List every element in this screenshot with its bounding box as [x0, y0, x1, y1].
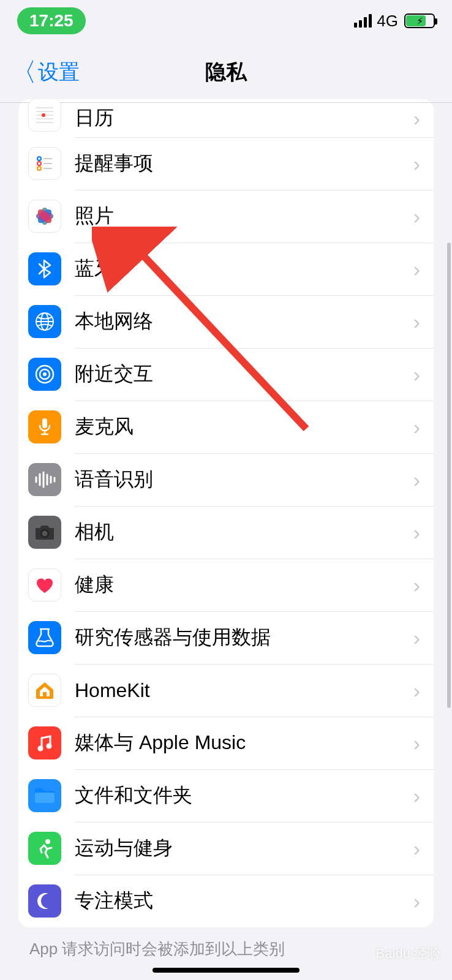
bluetooth-icon [28, 252, 61, 285]
chevron-right-icon: › [413, 107, 420, 130]
svg-point-8 [37, 167, 41, 170]
chevron-left-icon: 〈 [11, 55, 37, 89]
svg-point-37 [47, 744, 52, 749]
row-label: 运动与健身 [75, 835, 413, 862]
svg-rect-35 [43, 692, 47, 696]
status-time-pill: 17:25 [17, 7, 86, 34]
moon-icon [28, 884, 61, 918]
chevron-right-icon: › [413, 468, 420, 492]
row-label: 研究传感器与使用数据 [75, 624, 413, 651]
row-label: 健康 [75, 571, 413, 598]
chevron-right-icon: › [413, 679, 420, 703]
svg-point-25 [43, 372, 47, 376]
row-label: 文件和文件夹 [75, 782, 413, 809]
camera-icon [28, 516, 61, 549]
page-title: 隐私 [205, 58, 247, 86]
chevron-right-icon: › [413, 257, 420, 281]
home-indicator [153, 968, 299, 973]
chevron-right-icon: › [413, 731, 420, 755]
row-label: 提醒事项 [75, 150, 413, 177]
row-label: 麦克风 [75, 413, 413, 440]
row-speech[interactable]: 语音识别 › [18, 453, 434, 506]
chevron-right-icon: › [413, 626, 420, 650]
health-icon [28, 568, 61, 601]
calendar-icon [28, 99, 61, 132]
scrollbar-indicator [447, 243, 451, 708]
research-icon [28, 621, 61, 654]
row-camera[interactable]: 相机 › [18, 506, 434, 559]
chevron-right-icon: › [413, 784, 420, 808]
waveform-icon [28, 463, 61, 496]
row-homekit[interactable]: HomeKit › [18, 664, 434, 717]
microphone-icon [28, 410, 61, 443]
row-label: 蓝牙 [75, 255, 413, 282]
status-right: 4G ⚡︎ [354, 12, 435, 31]
row-calendar[interactable]: 日历 › [18, 99, 434, 137]
row-reminders[interactable]: 提醒事项 › [18, 137, 434, 190]
chevron-right-icon: › [413, 363, 420, 386]
nearby-icon [28, 358, 61, 391]
settings-list: 日历 › 提醒事项 › 照片 › 蓝牙 › [18, 99, 434, 927]
row-research[interactable]: 研究传感器与使用数据 › [18, 611, 434, 664]
svg-point-5 [42, 113, 45, 117]
photos-icon [28, 200, 61, 233]
chevron-right-icon: › [413, 837, 420, 861]
chevron-right-icon: › [413, 152, 420, 176]
watermark: Baidu 经验 [376, 944, 441, 963]
back-label: 设置 [38, 58, 80, 86]
row-fitness[interactable]: 运动与健身 › [18, 822, 434, 875]
chevron-right-icon: › [413, 521, 420, 545]
row-label: 专注模式 [75, 888, 413, 914]
row-bluetooth[interactable]: 蓝牙 › [18, 243, 434, 295]
chevron-right-icon: › [413, 889, 420, 913]
battery-icon: ⚡︎ [404, 13, 435, 28]
globe-icon [28, 305, 61, 338]
status-bar: 17:25 4G ⚡︎ [0, 0, 452, 42]
homekit-icon [28, 674, 61, 707]
nav-bar: 〈 设置 隐私 [0, 42, 452, 103]
reminders-icon [28, 147, 61, 180]
row-mic[interactable]: 麦克风 › [18, 401, 434, 453]
row-label: 语音识别 [75, 466, 413, 493]
svg-point-34 [42, 531, 48, 537]
svg-point-36 [38, 746, 43, 752]
row-photos[interactable]: 照片 › [18, 190, 434, 243]
music-icon [28, 726, 61, 760]
row-label: 日历 [75, 105, 413, 132]
row-files[interactable]: 文件和文件夹 › [18, 769, 434, 822]
svg-rect-26 [42, 418, 47, 428]
svg-rect-38 [35, 793, 55, 803]
row-label: 相机 [75, 519, 413, 546]
row-label: HomeKit [75, 679, 413, 702]
row-localnetwork[interactable]: 本地网络 › [18, 295, 434, 348]
svg-point-7 [37, 162, 41, 165]
chevron-right-icon: › [413, 573, 420, 597]
chevron-right-icon: › [413, 415, 420, 439]
row-health[interactable]: 健康 › [18, 559, 434, 611]
back-button[interactable]: 〈 设置 [0, 55, 80, 89]
chevron-right-icon: › [413, 310, 420, 334]
row-label: 媒体与 Apple Music [75, 729, 413, 756]
svg-point-6 [37, 157, 41, 160]
row-label: 照片 [75, 203, 413, 230]
svg-point-39 [45, 839, 50, 844]
fitness-icon [28, 832, 61, 865]
chevron-right-icon: › [413, 205, 420, 228]
footer-note: App 请求访问时会被添加到以上类别 [29, 938, 434, 960]
row-label: 附近交互 [75, 361, 413, 388]
row-nearby[interactable]: 附近交互 › [18, 348, 434, 401]
row-label: 本地网络 [75, 308, 413, 335]
network-label: 4G [377, 12, 398, 31]
signal-icon [354, 14, 372, 28]
folder-icon [28, 779, 61, 812]
row-focus[interactable]: 专注模式 › [18, 875, 434, 927]
row-media[interactable]: 媒体与 Apple Music › [18, 717, 434, 769]
